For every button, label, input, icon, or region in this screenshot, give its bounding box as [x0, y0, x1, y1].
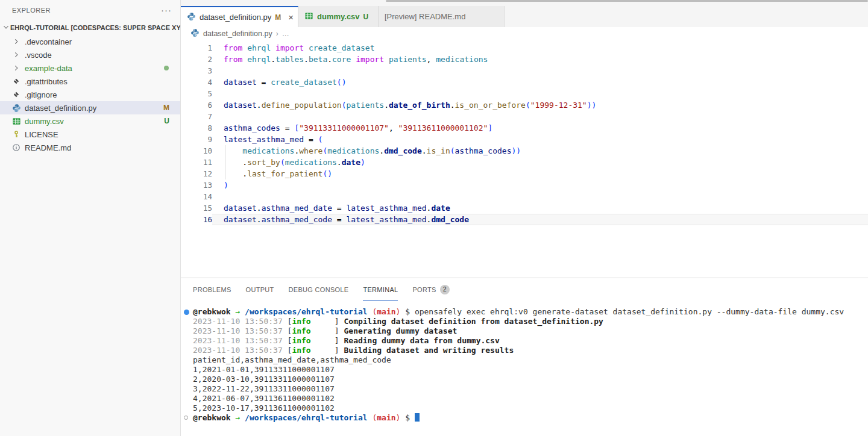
- tree-item-label: .gitignore: [25, 90, 57, 99]
- code-line-text[interactable]: [212, 191, 868, 202]
- terminal-line-4: 2023-11-10 13:50:37 [info ] Reading dumm…: [181, 336, 868, 346]
- tree-item-LICENSE[interactable]: LICENSE: [0, 128, 180, 141]
- code-line-text[interactable]: latest_asthma_med = (: [212, 134, 868, 145]
- more-actions-icon[interactable]: ···: [161, 7, 172, 13]
- tree-item-.gitattributes[interactable]: .gitattributes: [0, 75, 180, 88]
- code-line-text[interactable]: dataset.asthma_med_date = latest_asthma_…: [212, 202, 868, 214]
- breadcrumb-file[interactable]: dataset_definition.py: [203, 30, 272, 38]
- code-line-8[interactable]: 8asthma_codes = ["39113311000001107", "3…: [181, 122, 868, 134]
- explorer-header: EXPLORER ···: [0, 0, 180, 20]
- line-number: 12: [181, 168, 212, 179]
- tab-label: dummy.csv: [317, 12, 360, 21]
- git-status-badge: M: [163, 104, 169, 112]
- panel-tabbar: PROBLEMSOUTPUTDEBUG CONSOLETERMINALPORTS…: [181, 278, 868, 301]
- tab--Preview--README.md[interactable]: [Preview] README.md: [379, 6, 505, 27]
- code-line-text[interactable]: ): [212, 179, 868, 191]
- indent-guide: [225, 157, 225, 168]
- code-line-11[interactable]: 11 .sort_by(medications.date): [181, 157, 868, 168]
- git-icon: [11, 90, 22, 99]
- csv-icon: [11, 117, 22, 126]
- tree-item-.gitignore[interactable]: .gitignore: [0, 88, 180, 101]
- panel-tab-terminal[interactable]: TERMINAL: [363, 278, 398, 301]
- line-number: 5: [181, 88, 212, 99]
- code-line-text[interactable]: medications.where(medications.dmd_code.i…: [212, 145, 868, 157]
- breadcrumb-symbols[interactable]: …: [282, 30, 289, 38]
- code-line-12[interactable]: 12 .last_for_patient(): [181, 168, 868, 179]
- line-number: 7: [181, 111, 212, 122]
- panel-tab-label: TERMINAL: [363, 286, 398, 293]
- editor-area: dataset_definition.pyM×dummy.csvU[Previe…: [181, 0, 868, 436]
- code-line-text[interactable]: asthma_codes = ["39113311000001107", "39…: [212, 122, 868, 134]
- tab-dummy.csv[interactable]: dummy.csvU: [298, 6, 379, 27]
- tree-item-label: example-data: [25, 64, 72, 73]
- tree-item-.devcontainer[interactable]: .devcontainer: [0, 35, 180, 48]
- code-line-text[interactable]: [212, 111, 868, 122]
- close-icon[interactable]: ×: [288, 14, 294, 21]
- file-tree: .devcontainer.vscodeexample-data.gitattr…: [0, 35, 180, 436]
- terminal-line-10: 4,2021-06-07,39113611000001102: [181, 394, 868, 403]
- terminal-line-7: 1,2021-01-01,39113311000001107: [181, 365, 868, 375]
- code-line-text[interactable]: [212, 88, 868, 99]
- terminal-line-9: 3,2022-11-22,39113311000001107: [181, 384, 868, 394]
- csv-icon: [304, 11, 313, 22]
- tree-item-label: README.md: [25, 143, 71, 152]
- chevron-down-icon: [2, 23, 10, 33]
- breadcrumb: dataset_definition.py › …: [181, 27, 868, 40]
- workspace-section-header[interactable]: EHRQL-TUTORIAL [CODESPACES: SUPER SPACE …: [0, 20, 180, 35]
- line-number: 10: [181, 145, 212, 157]
- indent-guide: [225, 145, 225, 157]
- code-line-text[interactable]: dataset.define_population(patients.date_…: [212, 99, 868, 111]
- code-line-text[interactable]: [212, 65, 868, 76]
- chevron-right-icon: [11, 37, 22, 46]
- panel-tab-output[interactable]: OUTPUT: [246, 278, 274, 301]
- terminal[interactable]: @rebkwok → /workspaces/ehrql-tutorial (m…: [181, 301, 868, 436]
- code-line-text[interactable]: from ehrql.tables.beta.core import patie…: [212, 54, 868, 65]
- code-line-9[interactable]: 9latest_asthma_med = (: [181, 134, 868, 145]
- terminal-line-2: 2023-11-10 13:50:37 [info ] Compiling da…: [181, 317, 868, 326]
- code-line-text[interactable]: from ehrql import create_dataset: [212, 42, 868, 54]
- line-number: 15: [181, 202, 212, 214]
- tree-item-example-data[interactable]: example-data: [0, 61, 180, 75]
- code-line-14[interactable]: 14: [181, 191, 868, 202]
- code-line-7[interactable]: 7: [181, 111, 868, 122]
- terminal-line-12: @rebkwok → /workspaces/ehrql-tutorial (m…: [181, 413, 868, 423]
- tree-item-label: .gitattributes: [25, 77, 68, 86]
- code-line-6[interactable]: 6dataset.define_population(patients.date…: [181, 99, 868, 111]
- bottom-panel: PROBLEMSOUTPUTDEBUG CONSOLETERMINALPORTS…: [181, 278, 868, 436]
- panel-tab-problems[interactable]: PROBLEMS: [193, 278, 231, 301]
- code-line-1[interactable]: 1from ehrql import create_dataset: [181, 42, 868, 54]
- code-line-16[interactable]: 16dataset.asthma_med_code = latest_asthm…: [181, 214, 868, 225]
- code-line-15[interactable]: 15dataset.asthma_med_date = latest_asthm…: [181, 202, 868, 214]
- terminal-line-11: 5,2023-10-17,39113611000001102: [181, 403, 868, 413]
- git-status-badge: U: [164, 117, 169, 125]
- panel-tab-debug-console[interactable]: DEBUG CONSOLE: [289, 278, 349, 301]
- tab-scrollbar[interactable]: [386, 0, 868, 2]
- code-line-4[interactable]: 4dataset = create_dataset(): [181, 76, 868, 88]
- code-line-5[interactable]: 5: [181, 88, 868, 99]
- line-number: 6: [181, 99, 212, 111]
- breadcrumb-separator: ›: [276, 30, 278, 38]
- tree-item-dataset-definition.py[interactable]: dataset_definition.pyM: [0, 101, 180, 114]
- python-icon: [187, 12, 196, 23]
- command-decoration-icon[interactable]: [184, 310, 189, 315]
- code-editor[interactable]: 1from ehrql import create_dataset2from e…: [181, 40, 868, 278]
- code-line-text[interactable]: dataset = create_dataset(): [212, 76, 868, 88]
- code-line-text[interactable]: .sort_by(medications.date): [212, 157, 868, 168]
- tree-item-README.md[interactable]: README.md: [0, 141, 180, 154]
- workspace-title: EHRQL-TUTORIAL [CODESPACES: SUPER SPACE …: [10, 24, 180, 31]
- tree-item-dummy.csv[interactable]: dummy.csvU: [0, 114, 180, 128]
- code-line-3[interactable]: 3: [181, 65, 868, 76]
- panel-tab-ports[interactable]: PORTS2: [412, 278, 449, 301]
- tree-item-label: .devcontainer: [25, 37, 72, 46]
- code-line-2[interactable]: 2from ehrql.tables.beta.core import pati…: [181, 54, 868, 65]
- code-line-text[interactable]: dataset.asthma_med_code = latest_asthma_…: [212, 214, 868, 225]
- code-line-text[interactable]: .last_for_patient(): [212, 168, 868, 179]
- tree-item-.vscode[interactable]: .vscode: [0, 48, 180, 61]
- code-line-10[interactable]: 10 medications.where(medications.dmd_cod…: [181, 145, 868, 157]
- explorer-title: EXPLORER: [12, 7, 51, 14]
- explorer-sidebar: EXPLORER ··· EHRQL-TUTORIAL [CODESPACES:…: [0, 0, 181, 436]
- prompt-decoration-icon[interactable]: [184, 416, 188, 420]
- tree-item-label: dataset_definition.py: [25, 104, 96, 113]
- code-line-13[interactable]: 13): [181, 179, 868, 191]
- tab-dataset-definition.py[interactable]: dataset_definition.pyM×: [181, 6, 298, 27]
